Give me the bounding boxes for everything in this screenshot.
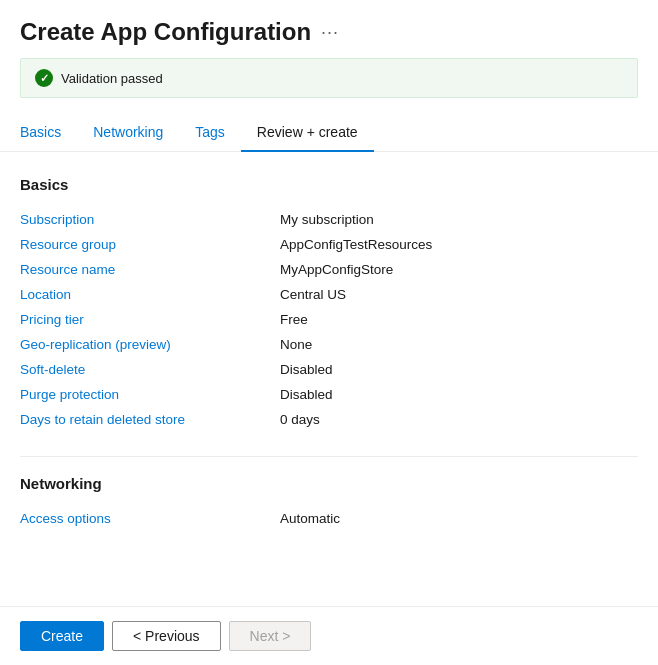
field-value-geo-replication: None <box>280 332 638 357</box>
table-row: Subscription My subscription <box>20 207 638 232</box>
field-label-access-options: Access options <box>20 506 280 531</box>
field-label-pricing-tier: Pricing tier <box>20 307 280 332</box>
table-row: Purge protection Disabled <box>20 382 638 407</box>
table-row: Resource group AppConfigTestResources <box>20 232 638 257</box>
validation-text: Validation passed <box>61 71 163 86</box>
networking-section-title: Networking <box>20 475 638 492</box>
tab-review-create[interactable]: Review + create <box>241 114 374 152</box>
table-row: Days to retain deleted store 0 days <box>20 407 638 432</box>
field-label-resource-name: Resource name <box>20 257 280 282</box>
header-ellipsis-menu[interactable]: ··· <box>321 22 339 43</box>
validation-icon <box>35 69 53 87</box>
content-area: Basics Subscription My subscription Reso… <box>0 152 658 606</box>
header: Create App Configuration ··· <box>0 0 658 58</box>
validation-banner: Validation passed <box>20 58 638 98</box>
basics-section-title: Basics <box>20 176 638 193</box>
page-container: Create App Configuration ··· Validation … <box>0 0 658 665</box>
next-button: Next > <box>229 621 312 651</box>
footer: Create < Previous Next > <box>0 606 658 665</box>
table-row: Location Central US <box>20 282 638 307</box>
field-value-pricing-tier: Free <box>280 307 638 332</box>
field-label-soft-delete: Soft-delete <box>20 357 280 382</box>
basics-fields-table: Subscription My subscription Resource gr… <box>20 207 638 432</box>
create-button[interactable]: Create <box>20 621 104 651</box>
networking-fields-table: Access options Automatic <box>20 506 638 531</box>
field-value-soft-delete: Disabled <box>280 357 638 382</box>
table-row: Pricing tier Free <box>20 307 638 332</box>
tab-networking[interactable]: Networking <box>77 114 179 152</box>
tab-basics[interactable]: Basics <box>20 114 77 152</box>
section-divider <box>20 456 638 457</box>
field-label-geo-replication: Geo-replication (preview) <box>20 332 280 357</box>
field-value-access-options: Automatic <box>280 506 638 531</box>
tab-tags[interactable]: Tags <box>179 114 241 152</box>
field-value-location: Central US <box>280 282 638 307</box>
previous-button[interactable]: < Previous <box>112 621 221 651</box>
field-label-location: Location <box>20 282 280 307</box>
field-label-purge-protection: Purge protection <box>20 382 280 407</box>
field-value-resource-name: MyAppConfigStore <box>280 257 638 282</box>
table-row: Geo-replication (preview) None <box>20 332 638 357</box>
field-value-purge-protection: Disabled <box>280 382 638 407</box>
table-row: Access options Automatic <box>20 506 638 531</box>
tab-bar: Basics Networking Tags Review + create <box>0 114 658 152</box>
field-value-subscription: My subscription <box>280 207 638 232</box>
table-row: Soft-delete Disabled <box>20 357 638 382</box>
field-value-days-retain: 0 days <box>280 407 638 432</box>
field-value-resource-group: AppConfigTestResources <box>280 232 638 257</box>
page-title: Create App Configuration <box>20 18 311 46</box>
field-label-resource-group: Resource group <box>20 232 280 257</box>
field-label-subscription: Subscription <box>20 207 280 232</box>
table-row: Resource name MyAppConfigStore <box>20 257 638 282</box>
field-label-days-retain: Days to retain deleted store <box>20 407 280 432</box>
